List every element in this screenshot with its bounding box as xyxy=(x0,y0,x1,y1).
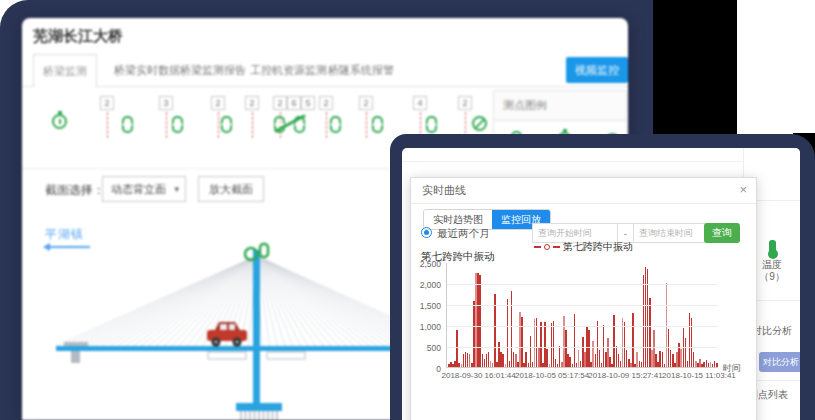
chart-bar xyxy=(461,364,463,367)
sensor-marker-line xyxy=(366,112,367,138)
gridline xyxy=(447,305,718,306)
compare-analysis-button[interactable]: 对比分析 xyxy=(759,352,800,372)
x-tick-label: 2018-09-30 16:01:44 xyxy=(441,371,515,380)
vibration-chart xyxy=(446,263,718,368)
realtime-curve-dialog: 实时曲线 × 实时趋势图 监控回放 最近两个月 - 查询 第七跨跨中振动 第 xyxy=(410,177,757,420)
chart-bar xyxy=(630,363,632,367)
y-tick-label: 1,500 xyxy=(407,301,441,311)
sensor-count-badge[interactable]: 6 xyxy=(287,96,301,110)
sensor-marker-line xyxy=(166,112,167,138)
sensor-count-badge[interactable]: 2 xyxy=(273,96,287,110)
chart-bar xyxy=(680,349,682,367)
dialog-header: 实时曲线 xyxy=(411,178,756,204)
sensor-count-badge[interactable]: 2 xyxy=(359,96,373,110)
chart-bar xyxy=(592,341,594,367)
tab-monitor-report[interactable]: 桥梁监测报告 xyxy=(180,54,246,87)
chart-bars xyxy=(448,262,718,367)
chart-bar xyxy=(574,314,576,367)
gridline xyxy=(447,347,718,348)
radio-last-two-months[interactable] xyxy=(421,227,432,238)
page-title: 芜湖长江大桥 xyxy=(33,27,123,46)
chart-bar xyxy=(695,361,697,367)
pylon-footing xyxy=(236,403,282,411)
sensor-count-badge[interactable]: 2 xyxy=(458,96,472,110)
chart-bar xyxy=(519,312,521,367)
point-legend-title: 测点图例 xyxy=(494,91,626,121)
left-pier xyxy=(71,351,80,363)
chart-bar xyxy=(584,352,586,367)
chart-bar xyxy=(710,362,712,367)
deck-bracket xyxy=(208,352,246,359)
link-sensor-icon[interactable] xyxy=(221,116,232,133)
sensor-marker-line xyxy=(218,112,219,138)
legend-marker xyxy=(553,246,560,248)
sensor-count-badge[interactable]: 2 xyxy=(100,96,114,110)
chart-bar xyxy=(515,354,517,367)
thermometer-icon xyxy=(769,240,776,253)
chart-bar xyxy=(507,299,509,367)
sensor-marker-line xyxy=(326,112,327,138)
stopwatch-icon[interactable] xyxy=(52,114,67,129)
chart-bar xyxy=(607,338,609,367)
chart-bar xyxy=(538,348,540,367)
y-tick-label: 1,000 xyxy=(407,322,441,332)
composite-stage: 芜湖长江大桥 桥梁监测 桥梁实时数据 桥梁监测报告 工控机资源监测 桥隧系统报警… xyxy=(0,0,815,420)
close-icon[interactable]: × xyxy=(739,183,747,196)
dialog-title: 实时曲线 xyxy=(422,183,466,198)
sensor-marker-line xyxy=(107,112,108,138)
left-pier xyxy=(64,342,88,346)
chart-bar xyxy=(676,352,678,367)
link-sensor-icon[interactable] xyxy=(426,116,437,133)
enlarge-section-button[interactable]: 放大截面 xyxy=(198,176,264,202)
legend-text: 第七跨跨中振动 xyxy=(563,240,633,254)
disabled-sensor-icon[interactable] xyxy=(472,116,487,131)
main-tab-bar: 桥梁监测 桥梁实时数据 桥梁监测报告 工控机资源监测 桥隧系统报警 视频监控 xyxy=(22,54,628,87)
chart-bar xyxy=(653,330,655,367)
chart-bar xyxy=(632,313,634,367)
link-sensor-icon[interactable] xyxy=(122,116,133,133)
car xyxy=(207,322,247,347)
video-monitor-button[interactable]: 视频监控 xyxy=(566,57,628,83)
modal-window: 温度 （9） 对比分析 对比分析 测点列表 实时曲线 × 实时趋势图 监控回放 … xyxy=(402,148,800,420)
chart-bar xyxy=(549,364,551,367)
x-tick-label: 2018-10-09 15:27:41 xyxy=(588,371,662,380)
header-divider xyxy=(402,161,800,162)
chart-bar xyxy=(636,352,638,367)
section-select-label: 截面选择： xyxy=(45,182,105,199)
radio-label: 最近两个月 xyxy=(437,227,490,241)
chart-bar xyxy=(716,363,718,367)
pylon-piles xyxy=(241,411,277,420)
sensor-count-badge[interactable]: 2 xyxy=(211,96,225,110)
chart-bar xyxy=(479,275,481,367)
section-select-dropdown[interactable]: 动态背立面 xyxy=(102,176,186,202)
tab-ipc-resource[interactable]: 工控机资源监测 xyxy=(250,54,327,87)
link-sensor-icon[interactable] xyxy=(330,116,341,133)
legend-marker xyxy=(534,246,541,248)
link-sensor-icon xyxy=(260,244,268,257)
y-tick-label: 2,000 xyxy=(407,280,441,290)
sensor-count-badge[interactable]: 2 xyxy=(245,96,259,110)
legend-marker-dot xyxy=(544,244,550,250)
sensor-count-badge[interactable]: 2 xyxy=(319,96,333,110)
chart-bar xyxy=(666,283,668,367)
bridge-direction-label: 平湖镇 xyxy=(45,226,84,243)
chart-bar xyxy=(563,316,565,367)
chart-bar xyxy=(456,330,458,367)
bridge-pylon xyxy=(253,250,260,410)
link-sensor-icon[interactable] xyxy=(172,116,183,133)
tab-realtime-data[interactable]: 桥梁实时数据 xyxy=(114,54,180,87)
tab-bridge-monitor[interactable]: 桥梁监测 xyxy=(33,54,97,87)
x-tick-label: 2018-10-05 05:17:54 xyxy=(515,371,589,380)
chart-bar xyxy=(492,363,494,367)
gridline xyxy=(447,284,718,285)
sensor-marker-line xyxy=(252,112,253,138)
sensor-count-badge[interactable]: 5 xyxy=(301,96,315,110)
chart-bar xyxy=(699,359,701,367)
tab-system-alarm[interactable]: 桥隧系统报警 xyxy=(328,54,394,87)
link-sensor-icon[interactable] xyxy=(372,116,383,133)
compare-section-label: 对比分析 xyxy=(752,324,792,338)
sensor-count-badge[interactable]: 3 xyxy=(159,96,173,110)
chart-bar xyxy=(505,364,507,367)
chart-bar xyxy=(469,354,471,367)
sensor-count-badge[interactable]: 4 xyxy=(413,96,427,110)
